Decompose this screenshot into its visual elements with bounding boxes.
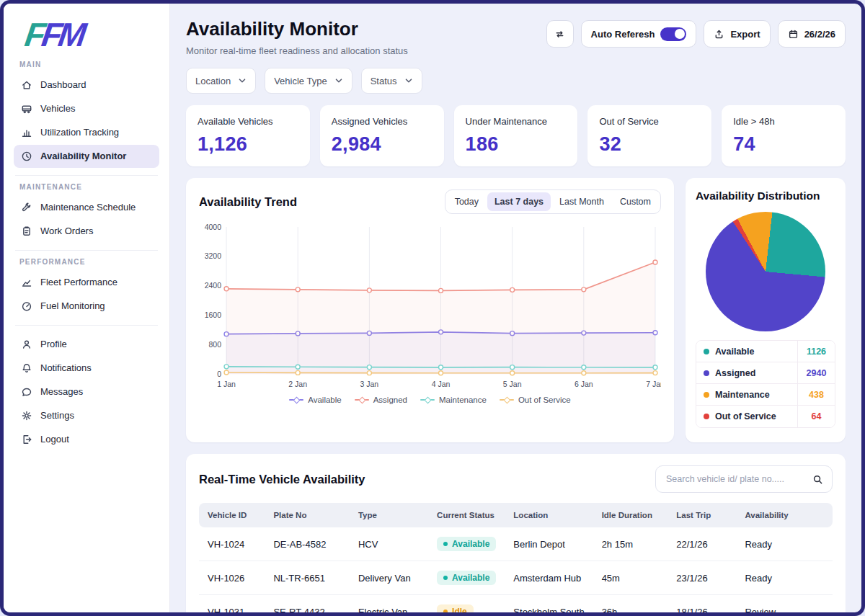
distribution-value: 1126 — [797, 341, 835, 362]
stat-label: Under Maintenance — [466, 116, 567, 127]
vehicle-table-card: Real-Time Vehicle Availability Vehicle I… — [186, 454, 846, 612]
export-button[interactable]: Export — [704, 20, 770, 48]
page-subtitle: Monitor real-time fleet readiness and al… — [186, 45, 408, 56]
table-cell: Review — [736, 595, 833, 613]
sidebar-item-label: Vehicles — [40, 103, 75, 114]
sidebar-item-availability-monitor[interactable]: Availability Monitor — [14, 145, 159, 168]
svg-text:0: 0 — [217, 370, 221, 378]
stat-value: 2,984 — [332, 133, 432, 156]
table-cell: Ready — [736, 527, 833, 561]
legend-label: Assigned — [373, 396, 407, 404]
table-row[interactable]: VH-1026NL-TR-6651Delivery VanAvailableAm… — [199, 561, 833, 595]
table-cell: VH-1024 — [199, 527, 265, 561]
table-title: Real-Time Vehicle Availability — [199, 473, 365, 486]
legend-item[interactable]: Maintenance — [420, 396, 487, 404]
table-cell: 36h — [593, 595, 668, 613]
legend-label: Out of Service — [518, 396, 571, 404]
divider — [15, 250, 158, 251]
legend-item[interactable]: Assigned — [355, 396, 407, 404]
sidebar-item-maintenance-schedule[interactable]: Maintenance Schedule — [14, 196, 159, 219]
bar-chart-icon — [21, 127, 32, 138]
stat-card-idle: Idle > 48h 74 — [722, 105, 846, 166]
sidebar-item-label: Work Orders — [40, 226, 93, 236]
availability-trend-chart: 1 Jan2 Jan3 Jan4 Jan5 Jan6 Jan7 Jan08001… — [199, 221, 661, 394]
legend-item[interactable]: Available — [289, 396, 341, 404]
sidebar-item-messages[interactable]: Messages — [14, 380, 159, 403]
table-cell: 22/1/26 — [667, 527, 736, 561]
stat-card-maintenance: Under Maintenance 186 — [454, 105, 578, 166]
location-filter[interactable]: Location — [186, 68, 256, 94]
stat-label: Available Vehicles — [198, 116, 298, 127]
distribution-title: Availability Distribution — [696, 189, 835, 202]
search-input[interactable] — [665, 473, 807, 485]
sidebar-item-label: Settings — [40, 410, 74, 421]
legend-label: Maintenance — [439, 396, 487, 404]
sidebar-item-work-orders[interactable]: Work Orders — [14, 220, 159, 243]
sidebar-item-label: Fleet Performance — [40, 277, 117, 287]
table-cell: DE-AB-4582 — [265, 527, 350, 561]
distribution-row[interactable]: Assigned2940 — [696, 362, 835, 384]
auto-refresh-control[interactable]: Auto Referesh — [581, 20, 697, 48]
column-header: Current Status — [428, 503, 505, 527]
sidebar-item-logout[interactable]: Logout — [14, 428, 159, 451]
chevron-down-icon — [334, 76, 343, 85]
svg-text:4 Jan: 4 Jan — [432, 380, 451, 388]
sidebar-item-fleet-performance[interactable]: Fleet Performance — [14, 271, 159, 294]
table-cell: 2h 15m — [593, 527, 668, 561]
sidebar-item-label: Logout — [40, 434, 69, 445]
stat-label: Idle > 48h — [733, 116, 834, 127]
sidebar-item-profile[interactable]: Profile — [14, 333, 159, 356]
distribution-row[interactable]: Available1126 — [696, 341, 835, 362]
date-picker-button[interactable]: 26/2/26 — [778, 20, 846, 48]
table-cell: Delivery Van — [350, 561, 428, 595]
legend-dot — [704, 414, 709, 419]
table-cell: VH-1031 — [199, 595, 265, 613]
svg-text:2400: 2400 — [205, 281, 222, 290]
filter-label: Status — [371, 76, 397, 86]
status-badge: Available — [437, 537, 496, 551]
filter-bar: Location Vehicle Type Status — [186, 68, 846, 94]
page-header: Availability Monitor Monitor real-time f… — [186, 18, 846, 56]
search-icon[interactable] — [812, 474, 823, 485]
home-icon — [21, 79, 32, 91]
table-row[interactable]: VH-1031SE-RT-4432Electric VanIdleStockho… — [199, 595, 833, 613]
svg-text:1 Jan: 1 Jan — [217, 380, 236, 388]
sidebar-item-dashboard[interactable]: Dashboard — [14, 73, 159, 97]
vehicle-type-filter[interactable]: Vehicle Type — [265, 68, 352, 94]
sidebar-item-fuel-monitoring[interactable]: Fuel Monitoring — [14, 295, 159, 318]
table-body: VH-1024DE-AB-4582HCVAvailableBerlin Depo… — [199, 527, 833, 612]
sidebar-item-settings[interactable]: Settings — [14, 404, 159, 427]
refresh-button[interactable] — [546, 20, 574, 48]
trend-legend: AvailableAssignedMaintenanceOut of Servi… — [199, 396, 661, 404]
chat-icon — [21, 386, 32, 398]
status-filter[interactable]: Status — [361, 68, 422, 94]
auto-refresh-toggle[interactable] — [660, 27, 686, 41]
column-header: Location — [505, 503, 593, 527]
stat-cards: Available Vehicles 1,126 Assigned Vehicl… — [186, 105, 846, 166]
tab-custom[interactable]: Custom — [613, 192, 658, 211]
chevron-down-icon — [238, 76, 247, 85]
legend-item[interactable]: Out of Service — [500, 396, 571, 404]
table-cell: 23/1/26 — [667, 561, 736, 595]
tab-today[interactable]: Today — [448, 192, 486, 211]
distribution-row[interactable]: Maintenance438 — [696, 384, 835, 406]
sidebar-item-vehicles[interactable]: Vehicles — [14, 97, 159, 120]
sidebar-item-label: Fuel Monitoring — [40, 300, 105, 311]
tab-last-month[interactable]: Last Month — [552, 192, 611, 211]
main-content: Availability Monitor Monitor real-time f… — [170, 4, 861, 612]
table-row[interactable]: VH-1024DE-AB-4582HCVAvailableBerlin Depo… — [199, 527, 833, 561]
brand-logo: FFM — [22, 17, 161, 53]
calendar-icon — [788, 29, 799, 40]
table-cell: 45m — [593, 561, 668, 595]
svg-text:4000: 4000 — [205, 223, 222, 231]
clipboard-icon — [21, 226, 32, 237]
distribution-row[interactable]: Out of Service64 — [696, 406, 835, 427]
tab-last-7-days[interactable]: Last 7 days — [487, 192, 551, 211]
wrench-icon — [21, 202, 32, 213]
logo-letter: M — [56, 16, 86, 53]
vehicle-search — [655, 465, 833, 493]
sidebar-item-utilization-tracking[interactable]: Utilization Tracking — [14, 121, 159, 144]
clock-icon — [21, 151, 32, 162]
page-title: Availability Monitor — [186, 18, 408, 40]
sidebar-item-notifications[interactable]: Notifications — [14, 357, 159, 380]
